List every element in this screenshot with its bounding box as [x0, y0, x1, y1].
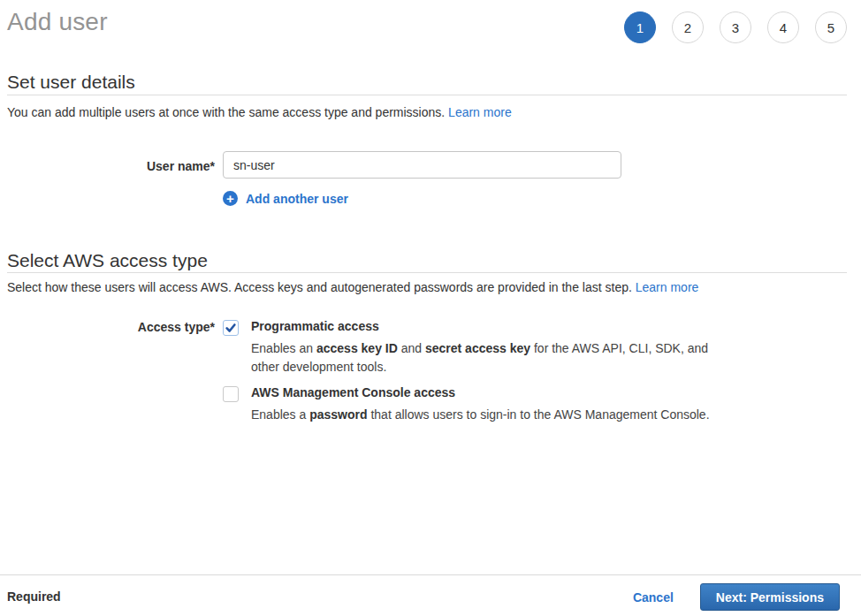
programmatic-access-title[interactable]: Programmatic access: [251, 319, 715, 333]
footer-actions: Cancel Next: Permissions: [633, 583, 840, 611]
step-2-indicator: 2: [672, 11, 704, 43]
desc-text: Enables an: [251, 341, 316, 355]
console-access-option: AWS Management Console access Enables a …: [223, 385, 715, 424]
access-type-label: Access type*: [0, 320, 215, 334]
console-access-description: Enables a password that allows users to …: [251, 406, 715, 424]
user-details-description-text: You can add multiple users at once with …: [7, 105, 448, 119]
programmatic-access-option: Programmatic access Enables an access ke…: [223, 319, 715, 376]
add-another-user-button[interactable]: + Add another user: [223, 191, 348, 206]
desc-bold: password: [309, 407, 367, 422]
add-another-user-label: Add another user: [246, 192, 348, 206]
console-access-checkbox[interactable]: [223, 386, 239, 402]
desc-text: that allows users to sign-in to the AWS …: [368, 407, 710, 422]
console-access-body: AWS Management Console access Enables a …: [251, 385, 715, 424]
desc-text: and: [398, 341, 425, 355]
desc-bold: access key ID: [316, 341, 398, 355]
programmatic-access-checkbox[interactable]: [223, 320, 239, 336]
username-label: User name*: [0, 159, 215, 173]
step-3-indicator: 3: [720, 11, 751, 43]
console-access-title[interactable]: AWS Management Console access: [251, 385, 715, 399]
step-5-indicator: 5: [815, 11, 847, 43]
section-divider: [7, 95, 847, 95]
plus-circle-icon: +: [223, 191, 238, 206]
desc-bold: secret access key: [425, 341, 530, 355]
add-user-page: Add user 1 2 3 4 5 Set user details You …: [0, 0, 861, 616]
access-type-description-text: Select how these users will access AWS. …: [7, 280, 636, 294]
programmatic-access-description: Enables an access key ID and secret acce…: [251, 339, 715, 376]
user-details-description: You can add multiple users at once with …: [7, 105, 512, 119]
learn-more-link-access-type[interactable]: Learn more: [636, 280, 699, 294]
learn-more-link-user-details[interactable]: Learn more: [448, 105, 512, 119]
programmatic-access-body: Programmatic access Enables an access ke…: [251, 319, 715, 376]
wizard-step-indicator: 1 2 3 4 5: [624, 11, 847, 43]
username-input[interactable]: [223, 151, 621, 179]
page-title: Add user: [7, 8, 108, 36]
required-note: Required: [7, 589, 61, 604]
desc-text: Enables a: [251, 407, 309, 422]
step-4-indicator: 4: [767, 11, 799, 43]
section-divider: [7, 272, 847, 273]
access-type-description: Select how these users will access AWS. …: [7, 280, 698, 294]
set-user-details-heading: Set user details: [7, 72, 135, 93]
next-permissions-button[interactable]: Next: Permissions: [700, 583, 840, 611]
footer-divider: [0, 574, 861, 575]
step-1-indicator: 1: [624, 11, 656, 43]
checkmark-icon: [225, 322, 237, 334]
cancel-button[interactable]: Cancel: [633, 590, 674, 605]
access-type-heading: Select AWS access type: [7, 250, 208, 271]
